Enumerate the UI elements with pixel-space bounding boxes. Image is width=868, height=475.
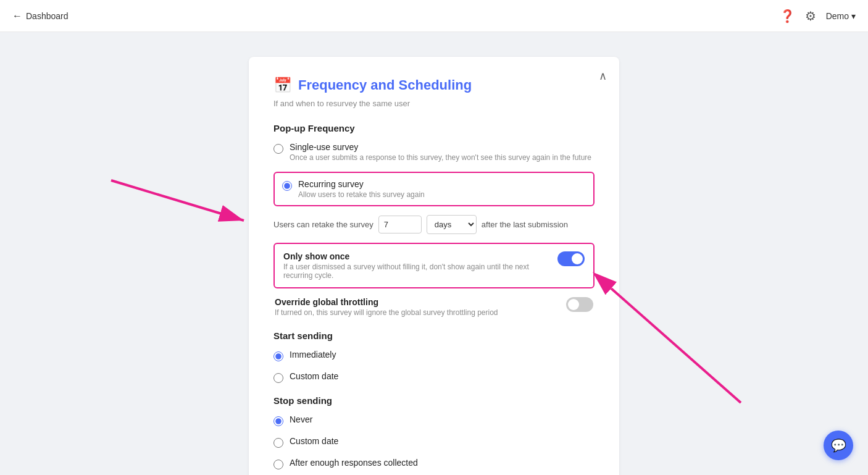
start-sending-label: Start sending bbox=[273, 330, 595, 341]
single-use-option[interactable]: Single-use survey Once a user submits a … bbox=[273, 142, 595, 162]
topbar: ← Dashboard ❓ ⚙ Demo ▾ bbox=[0, 0, 868, 32]
section-title: Frequency and Scheduling bbox=[298, 77, 472, 93]
section-subtitle: If and when to resurvey the same user bbox=[273, 99, 595, 108]
retake-value-input[interactable] bbox=[378, 216, 422, 233]
retake-suffix: after the last submission bbox=[482, 220, 568, 229]
single-use-desc: Once a user submits a response to this s… bbox=[290, 153, 591, 162]
help-icon: ❓ bbox=[780, 9, 795, 23]
throttle-toggle[interactable] bbox=[566, 297, 593, 312]
stop-custom-date-radio[interactable] bbox=[273, 438, 283, 448]
back-link[interactable]: ← Dashboard bbox=[12, 11, 69, 22]
throttle-slider bbox=[566, 297, 593, 312]
only-show-text: Only show once If a user dismissed a sur… bbox=[283, 251, 550, 280]
card: ∧ 📅 Frequency and Scheduling If and when… bbox=[249, 57, 619, 475]
retake-prefix: Users can retake the survey bbox=[273, 220, 373, 229]
throttle-desc: If turned on, this survey will ignore th… bbox=[275, 308, 498, 317]
enough-responses-title: After enough responses collected bbox=[290, 458, 418, 468]
stop-custom-date-option[interactable]: Custom date bbox=[273, 436, 595, 448]
recurring-radio[interactable] bbox=[282, 181, 292, 191]
stop-custom-date-title: Custom date bbox=[290, 436, 338, 446]
collapse-button[interactable]: ∧ bbox=[599, 69, 607, 83]
chat-icon: 💬 bbox=[831, 438, 846, 453]
immediately-radio[interactable] bbox=[273, 351, 283, 361]
single-use-text: Single-use survey Once a user submits a … bbox=[290, 142, 591, 162]
user-menu[interactable]: Demo ▾ bbox=[826, 11, 856, 21]
never-radio[interactable] bbox=[273, 416, 283, 426]
only-show-toggle[interactable] bbox=[557, 251, 585, 266]
user-label: Demo bbox=[826, 11, 849, 21]
recurring-text: Recurring survey Allow users to retake t… bbox=[298, 179, 425, 199]
only-show-desc: If a user dismissed a survey without fil… bbox=[283, 263, 550, 280]
calendar-icon: 📅 bbox=[273, 77, 292, 94]
topbar-right: ❓ ⚙ Demo ▾ bbox=[780, 9, 856, 23]
section-header: 📅 Frequency and Scheduling bbox=[273, 77, 595, 94]
throttle-row: Override global throttling If turned on,… bbox=[273, 297, 595, 317]
help-button[interactable]: ❓ bbox=[780, 9, 795, 23]
recurring-title: Recurring survey bbox=[298, 179, 425, 189]
popup-frequency-label: Pop-up Frequency bbox=[273, 123, 595, 133]
immediately-title: Immediately bbox=[290, 350, 336, 359]
enough-responses-radio[interactable] bbox=[273, 460, 283, 469]
recurring-highlight-box: Recurring survey Allow users to retake t… bbox=[273, 172, 595, 206]
start-custom-date-text: Custom date bbox=[290, 371, 338, 381]
single-use-radio[interactable] bbox=[273, 144, 283, 154]
main-content: ∧ 📅 Frequency and Scheduling If and when… bbox=[0, 32, 868, 475]
recurring-option[interactable]: Recurring survey Allow users to retake t… bbox=[282, 179, 586, 199]
settings-icon: ⚙ bbox=[805, 9, 816, 23]
retake-row: Users can retake the survey days weeks m… bbox=[273, 215, 595, 234]
back-arrow-icon: ← bbox=[12, 11, 22, 22]
start-custom-date-option[interactable]: Custom date bbox=[273, 371, 595, 383]
immediately-text: Immediately bbox=[290, 350, 336, 359]
settings-button[interactable]: ⚙ bbox=[805, 9, 816, 23]
never-text: Never bbox=[290, 414, 312, 424]
only-show-slider bbox=[557, 251, 585, 266]
start-custom-date-radio[interactable] bbox=[273, 373, 283, 383]
only-show-title: Only show once bbox=[283, 251, 550, 261]
enough-responses-text: After enough responses collected bbox=[290, 458, 418, 468]
only-show-once-box: Only show once If a user dismissed a sur… bbox=[273, 243, 595, 288]
stop-sending-label: Stop sending bbox=[273, 395, 595, 406]
never-title: Never bbox=[290, 414, 312, 424]
never-option[interactable]: Never bbox=[273, 414, 595, 426]
start-custom-date-title: Custom date bbox=[290, 371, 338, 381]
stop-custom-date-text: Custom date bbox=[290, 436, 338, 446]
collapse-icon: ∧ bbox=[599, 70, 607, 82]
retake-unit-select[interactable]: days weeks months bbox=[427, 215, 477, 234]
chat-bubble[interactable]: 💬 bbox=[824, 431, 853, 460]
back-label: Dashboard bbox=[26, 11, 69, 21]
throttle-text: Override global throttling If turned on,… bbox=[275, 297, 498, 317]
recurring-desc: Allow users to retake this survey again bbox=[298, 190, 425, 199]
chevron-down-icon: ▾ bbox=[851, 11, 856, 21]
single-use-title: Single-use survey bbox=[290, 142, 591, 152]
throttle-title: Override global throttling bbox=[275, 297, 498, 307]
enough-responses-option[interactable]: After enough responses collected bbox=[273, 458, 595, 469]
immediately-option[interactable]: Immediately bbox=[273, 350, 595, 361]
